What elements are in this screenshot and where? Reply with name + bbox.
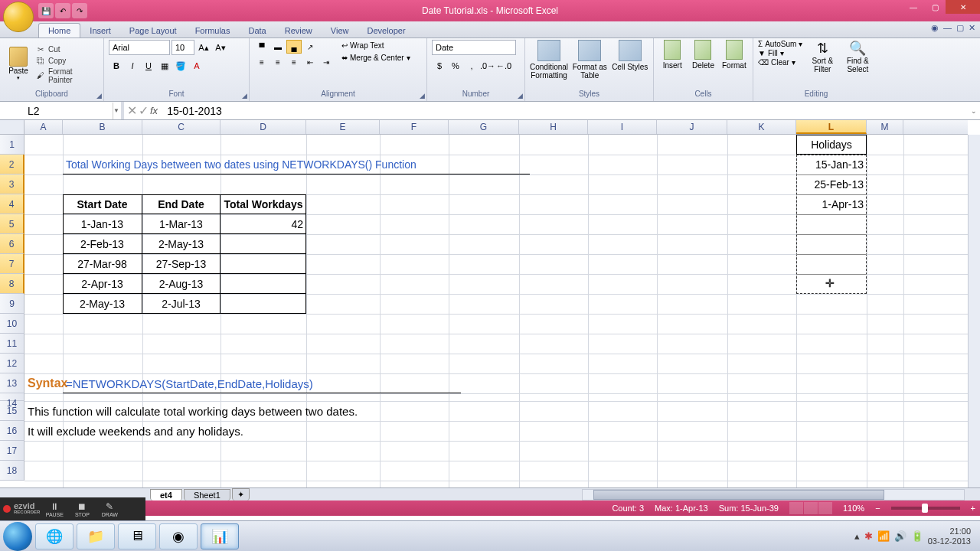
select-all-corner[interactable] <box>0 120 24 135</box>
tab-formulas[interactable]: Formulas <box>186 24 240 37</box>
column-headers[interactable]: ABCDEFGHIJKLM <box>24 120 968 135</box>
row-headers[interactable]: 123456789101112131415161718 <box>0 135 24 481</box>
cell[interactable]: 27-Sep-13 <box>142 254 220 274</box>
taskbar-explorer-icon[interactable]: 📁 <box>77 523 115 549</box>
zoom-slider[interactable] <box>891 507 960 510</box>
zoom-thumb[interactable] <box>922 504 928 513</box>
qat-redo-icon[interactable]: ↷ <box>72 3 87 18</box>
ribbon-close-icon[interactable]: ✕ <box>969 23 975 33</box>
col-header-D[interactable]: D <box>220 120 306 134</box>
delete-cells-button[interactable]: Delete <box>689 40 717 70</box>
col-header-I[interactable]: I <box>588 120 657 134</box>
italic-button[interactable]: I <box>125 58 140 73</box>
sheet-tab-sheet1[interactable]: Sheet1 <box>184 489 230 500</box>
cell[interactable]: 1-Jan-13 <box>63 214 142 234</box>
taskbar-chrome-icon[interactable]: ◉ <box>159 523 198 549</box>
clipboard-dialog-launcher[interactable]: ◢ <box>96 92 102 99</box>
row-header-13[interactable]: 13 <box>0 373 24 393</box>
col-header-M[interactable]: M <box>867 120 903 134</box>
cells-area[interactable]: Total Working Days between two dates usi… <box>24 135 968 487</box>
col-header-L[interactable]: L <box>796 120 867 134</box>
cell[interactable]: 27-Mar-98 <box>63 254 142 274</box>
format-painter-button[interactable]: 🖌Format Painter <box>35 67 99 84</box>
tab-insert[interactable]: Insert <box>80 24 120 37</box>
zoom-level[interactable]: 110% <box>843 504 864 513</box>
align-top-button[interactable]: ▀ <box>254 40 270 54</box>
cell[interactable]: 2-May-13 <box>142 234 220 254</box>
alignment-dialog-launcher[interactable]: ◢ <box>420 92 425 99</box>
col-header-K[interactable]: K <box>727 120 796 134</box>
cell[interactable]: It will exclude weekends and any holiday… <box>24 421 560 441</box>
align-right-button[interactable]: ≡ <box>286 55 302 69</box>
tray-app-icon[interactable]: ✱ <box>864 530 873 542</box>
vertical-scrollbar[interactable] <box>968 135 980 487</box>
cell[interactable]: 2-Feb-13 <box>63 234 142 254</box>
tab-developer[interactable]: Developer <box>358 24 414 37</box>
cell[interactable]: Start Date <box>63 194 142 214</box>
font-color-button[interactable]: A <box>189 58 204 73</box>
ribbon-restore-icon[interactable]: ▢ <box>956 23 964 33</box>
number-dialog-launcher[interactable]: ◢ <box>518 92 523 99</box>
cell[interactable]: 2-Aug-13 <box>142 274 220 294</box>
tab-view[interactable]: View <box>322 24 358 37</box>
row-header-5[interactable]: 5 <box>0 214 24 234</box>
view-pagebreak-button[interactable] <box>818 502 832 514</box>
font-name-combo[interactable]: Arial <box>109 40 170 55</box>
tab-review[interactable]: Review <box>276 24 322 37</box>
conditional-formatting-button[interactable]: Conditional Formatting <box>530 40 568 80</box>
view-normal-button[interactable] <box>789 502 803 514</box>
comma-button[interactable]: , <box>464 58 479 73</box>
cell[interactable]: Total Working Days between two dates usi… <box>63 155 530 174</box>
grow-font-button[interactable]: A▴ <box>196 40 211 55</box>
help-icon[interactable]: ◉ <box>931 23 939 33</box>
taskbar-monitor-icon[interactable]: 🖥 <box>118 523 156 549</box>
copy-button[interactable]: ⿻Copy <box>35 56 99 67</box>
cut-button[interactable]: ✂Cut <box>35 44 99 55</box>
cell[interactable]: =NETWORKDAYS(StartDate,EndDate,Holidays) <box>63 373 461 393</box>
row-header-15[interactable]: 15 <box>0 401 24 421</box>
cell[interactable] <box>220 234 306 254</box>
wrap-text-button[interactable]: ↩Wrap Text <box>338 40 413 51</box>
zoom-out-button[interactable]: − <box>875 504 880 513</box>
row-header-12[interactable]: 12 <box>0 354 24 373</box>
tab-home[interactable]: Home <box>38 23 80 37</box>
cell[interactable]: 2-Apr-13 <box>63 274 142 294</box>
shrink-font-button[interactable]: A▾ <box>213 40 228 55</box>
format-as-table-button[interactable]: Format as Table <box>571 40 608 80</box>
col-header-H[interactable]: H <box>519 120 588 134</box>
tray-battery-icon[interactable]: 🔋 <box>911 530 923 542</box>
row-header-18[interactable]: 18 <box>0 461 24 481</box>
row-header-7[interactable]: 7 <box>0 254 24 274</box>
paste-button[interactable]: Paste ▾ <box>5 40 32 88</box>
col-header-A[interactable]: A <box>24 120 63 134</box>
cell[interactable] <box>220 294 306 314</box>
recorder-stop-button[interactable]: ⏹STOP <box>69 501 95 517</box>
row-header-10[interactable]: 10 <box>0 314 24 334</box>
align-middle-button[interactable]: ▬ <box>270 40 286 54</box>
orientation-button[interactable]: ↗ <box>302 40 318 54</box>
clear-button[interactable]: ⌫Clear ▾ <box>758 58 802 67</box>
recorder-pause-button[interactable]: ⏸PAUSE <box>41 501 67 517</box>
cell-styles-button[interactable]: Cell Styles <box>612 40 648 80</box>
hscroll-thumb[interactable] <box>593 490 884 500</box>
align-left-button[interactable]: ≡ <box>254 55 270 69</box>
row-header-14[interactable]: 14 <box>0 393 24 401</box>
merge-center-button[interactable]: ⬌Merge & Center ▾ <box>338 52 413 64</box>
col-header-C[interactable]: C <box>142 120 220 134</box>
col-header-F[interactable]: F <box>380 120 449 134</box>
row-header-11[interactable]: 11 <box>0 334 24 354</box>
qat-undo-icon[interactable]: ↶ <box>55 3 70 18</box>
taskbar-ie-icon[interactable]: 🌐 <box>35 523 74 549</box>
col-header-J[interactable]: J <box>657 120 727 134</box>
cell[interactable] <box>220 254 306 274</box>
ribbon-minimize-icon[interactable]: — <box>943 23 952 33</box>
format-cells-button[interactable]: Format <box>720 40 748 70</box>
sheet-tab-active[interactable]: et4 <box>150 489 182 500</box>
percent-button[interactable]: % <box>448 58 463 73</box>
align-center-button[interactable]: ≡ <box>270 55 286 69</box>
sort-filter-button[interactable]: ⇅Sort & Filter <box>807 40 838 73</box>
autosum-button[interactable]: ΣAutoSum ▾ <box>758 40 802 48</box>
tray-up-icon[interactable]: ▴ <box>854 530 860 542</box>
increase-indent-button[interactable]: ⇥ <box>318 55 334 69</box>
align-bottom-button[interactable]: ▄ <box>286 40 302 54</box>
